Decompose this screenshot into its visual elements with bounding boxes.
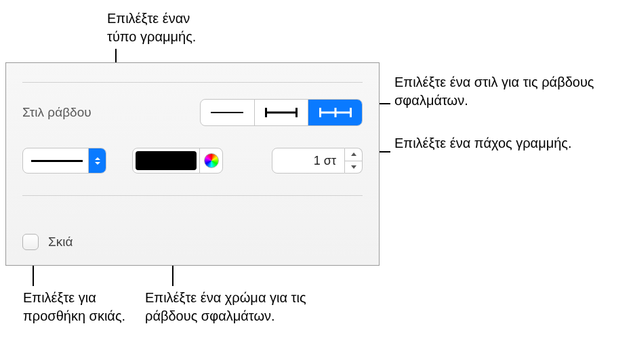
callout-color-text: Επιλέξτε ένα χρώμα για τις ράβδους σφαλμ…	[145, 290, 306, 323]
divider-top	[22, 82, 363, 83]
chevron-down-icon	[351, 165, 356, 169]
line-thickness-group: 1 στ	[272, 148, 363, 174]
chevron-up-icon	[351, 153, 356, 156]
callout-shadow-text: Επιλέξτε για προσθήκη σκιάς.	[23, 290, 125, 323]
shadow-checkbox[interactable]	[22, 234, 39, 250]
bar-style-panel: Στιλ ράβδου	[5, 62, 380, 266]
line-color-well[interactable]	[132, 148, 223, 174]
divider-mid	[22, 195, 363, 196]
callout-shadow: Επιλέξτε για προσθήκη σκιάς.	[23, 289, 138, 325]
callout-color: Επιλέξτε ένα χρώμα για τις ράβδους σφαλμ…	[145, 289, 321, 325]
shadow-label: Σκιά	[48, 235, 73, 249]
callout-bar-style-text: Επιλέξτε ένα στιλ για τις ράβδους σφαλμά…	[394, 75, 594, 108]
callout-thickness: Επιλέξτε ένα πάχος γραμμής.	[394, 134, 625, 153]
line-thickness-value: 1 στ	[314, 154, 336, 168]
segment-line-crossbar[interactable]	[308, 100, 362, 125]
row-line-controls: 1 στ	[22, 148, 363, 174]
callout-thickness-text: Επιλέξτε ένα πάχος γραμμής.	[394, 136, 572, 150]
segment-line-endcaps[interactable]	[255, 100, 309, 125]
stepper-down[interactable]	[345, 161, 362, 174]
stepper-up[interactable]	[345, 148, 362, 161]
line-type-select[interactable]	[22, 148, 106, 174]
callout-line-type: Επιλέξτε έναν τύπο γραμμής.	[107, 9, 263, 46]
segment-line-plain[interactable]	[201, 100, 255, 125]
line-thickness-stepper[interactable]	[345, 148, 363, 174]
line-endcaps-icon	[265, 108, 298, 117]
section-title: Στιλ ράβδου	[22, 105, 91, 120]
line-plain-icon	[211, 112, 243, 113]
color-picker-button[interactable]	[199, 148, 222, 173]
row-shadow: Σκιά	[22, 234, 363, 250]
color-swatch	[136, 151, 197, 170]
row-title-and-segmented: Στιλ ράβδου	[22, 99, 363, 126]
line-type-preview	[31, 160, 83, 162]
color-wheel-icon	[204, 153, 219, 168]
callout-bar-style: Επιλέξτε ένα στιλ για τις ράβδους σφαλμά…	[394, 73, 625, 110]
disclosure-updown-icon[interactable]	[88, 148, 106, 173]
callout-line-type-text: Επιλέξτε έναν τύπο γραμμής.	[107, 11, 196, 44]
error-bar-style-segmented[interactable]	[200, 99, 363, 126]
line-thickness-field[interactable]: 1 στ	[272, 148, 345, 174]
line-crossbar-icon	[319, 108, 352, 117]
